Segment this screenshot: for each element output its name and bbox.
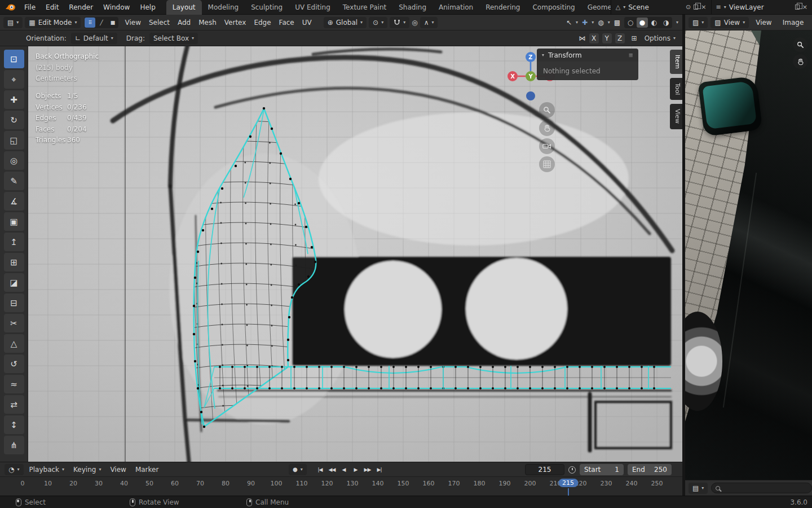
tool-extrude-region[interactable]: ↥ — [4, 233, 24, 251]
mirror-y-button[interactable]: Y — [602, 33, 612, 43]
menu-render[interactable]: Render — [64, 0, 98, 15]
tool-edge-slide[interactable]: ⇄ — [4, 395, 24, 414]
workspace-tab-texture-paint[interactable]: Texture Paint — [337, 0, 392, 15]
viewport-menu-face[interactable]: Face — [275, 19, 298, 27]
transform-panel-header[interactable]: ▾ Transform ≣ — [537, 49, 638, 62]
tab-tool[interactable]: Tool — [670, 78, 683, 100]
viewport-menu-mesh[interactable]: Mesh — [195, 19, 220, 27]
tool-rip-region[interactable]: ⋔ — [4, 436, 24, 454]
tool-spin[interactable]: ↺ — [4, 354, 24, 373]
image-menu-image[interactable]: Image — [779, 19, 808, 27]
shading-material-button[interactable]: ◐ — [648, 17, 660, 28]
playhead[interactable]: 215 — [558, 479, 578, 487]
selectability-icon[interactable]: ↖ — [566, 19, 572, 26]
vertex-select-button[interactable]: ⠿ — [85, 17, 95, 28]
tool-annotate[interactable]: ✎ — [4, 172, 24, 190]
show-gizmo-icon[interactable]: ✚ — [582, 19, 588, 26]
tool-measure[interactable]: ∡ — [4, 192, 24, 211]
viewlayer-name[interactable]: ViewLayer — [729, 3, 764, 11]
blender-logo[interactable] — [5, 3, 16, 12]
start-frame-field[interactable]: Start 1 — [580, 464, 624, 475]
mirror-z-button[interactable]: Z — [615, 33, 625, 43]
viewport-menu-add[interactable]: Add — [174, 19, 195, 27]
pan-hand-button[interactable] — [539, 120, 555, 136]
tool-smooth[interactable]: ≈ — [4, 375, 24, 393]
workspace-tab-animation[interactable]: Animation — [433, 0, 479, 15]
snap-base-icon[interactable]: ⊞ — [632, 35, 637, 42]
tool-shrink-fatten[interactable]: ↕ — [4, 415, 24, 434]
timeline-menu-playback[interactable]: Playback▾ — [25, 466, 69, 474]
viewport-menu-uv[interactable]: UV — [298, 19, 316, 27]
end-frame-field[interactable]: End 250 — [628, 464, 672, 475]
snap-group[interactable]: ▾ — [390, 17, 409, 28]
shading-rendered-button[interactable]: ◑ — [660, 17, 672, 28]
image-pan-button[interactable] — [793, 54, 807, 69]
image-menu-view[interactable]: View — [752, 19, 775, 27]
options-dropdown[interactable]: Options▾ — [641, 33, 679, 44]
transform-orientation-dropdown[interactable]: ⊕Global▾ — [324, 17, 367, 28]
tool-bevel[interactable]: ◪ — [4, 273, 24, 292]
workspace-tab-compositing[interactable]: Compositing — [526, 0, 581, 15]
close-scene-icon[interactable]: × — [701, 4, 706, 10]
viewport-menu-view[interactable]: View — [121, 19, 144, 27]
editor-type-button[interactable]: ▨▾ — [689, 17, 708, 28]
tab-item[interactable]: Item — [670, 50, 683, 74]
shading-wireframe-button[interactable]: ○ — [625, 17, 636, 28]
mode-dropdown[interactable]: ▦Edit Mode▾ — [25, 17, 81, 28]
workspace-tab-uv-editing[interactable]: UV Editing — [289, 0, 337, 15]
drag-dropdown[interactable]: Select Box▾ — [149, 33, 198, 44]
camera-view-button[interactable] — [539, 138, 555, 154]
panel-grip-icon[interactable]: ≣ — [629, 52, 633, 58]
workspace-tab-modeling[interactable]: Modeling — [202, 0, 245, 15]
tool-scale[interactable]: ◱ — [4, 131, 24, 150]
tool-knife[interactable]: ✂ — [4, 314, 24, 332]
shading-dropdown-arrow[interactable]: ▾ — [676, 20, 678, 25]
tab-view[interactable]: View — [670, 104, 683, 129]
show-overlays-icon[interactable]: ◍ — [598, 19, 603, 26]
timeline-menu-marker[interactable]: Marker — [131, 466, 163, 474]
timeline-menu-view[interactable]: View — [105, 466, 130, 474]
jump-to-end-button[interactable]: ▶| — [374, 464, 385, 475]
tool-transform[interactable]: ◎ — [4, 151, 24, 170]
next-keyframe-button[interactable]: ▶▶ — [362, 464, 373, 475]
workspace-tab-shading[interactable]: Shading — [392, 0, 433, 15]
workspace-tab-geometry-nodes[interactable]: Geometry Nodes — [581, 0, 611, 15]
timeline-ruler[interactable]: 215 010203040506070809010011012013014015… — [0, 476, 685, 496]
proportional-editing-icon[interactable]: ◎ — [412, 19, 417, 26]
play-button[interactable]: ▶ — [350, 464, 361, 475]
tool-select-box[interactable]: ⊡ — [4, 50, 24, 68]
orientation-dropdown[interactable]: ∟Default▾ — [71, 33, 117, 44]
tool-loop-cut[interactable]: ⊟ — [4, 294, 24, 312]
mirror-x-button[interactable]: X — [589, 33, 599, 43]
tool-poly-build[interactable]: △ — [4, 334, 24, 353]
search-field[interactable] — [711, 483, 812, 493]
tool-rotate[interactable]: ↻ — [4, 111, 24, 129]
shading-solid-button[interactable]: ● — [637, 17, 648, 28]
image-display-dropdown[interactable]: ▨View▾ — [710, 17, 749, 28]
workspace-tab-rendering[interactable]: Rendering — [479, 0, 526, 15]
search-input[interactable] — [723, 484, 807, 492]
pin-icon[interactable]: ⊙ — [686, 4, 691, 10]
menu-window[interactable]: Window — [98, 0, 135, 15]
jump-to-start-button[interactable]: |◀ — [315, 464, 325, 475]
tool-inset-faces[interactable]: ⊞ — [4, 253, 24, 271]
zoom-button[interactable] — [539, 102, 555, 118]
tool-cursor[interactable]: ⌖ — [4, 70, 24, 89]
reference-image-view[interactable] — [685, 30, 812, 480]
falloff-dropdown[interactable]: ∧▾ — [420, 17, 438, 28]
footer-editor-type-button[interactable]: ▤▾ — [689, 483, 708, 494]
timecode-icon[interactable] — [568, 466, 576, 474]
workspace-tab-layout[interactable]: Layout — [166, 0, 202, 15]
editor-type-button[interactable]: ▤▾ — [3, 17, 23, 28]
axis-z-negative-button[interactable] — [526, 91, 535, 100]
orthographic-toggle-button[interactable] — [539, 156, 555, 172]
viewlayer-selector[interactable]: ≡ ▾ ViewLayer × — [711, 0, 812, 15]
prev-keyframe-button[interactable]: ◀◀ — [326, 464, 337, 475]
viewport-3d[interactable]: Z X Y ⊡⌖✚↻◱◎✎∡▣↥⊞◪⊟✂△↺≈⇄↕⋔ Back Orthogra… — [0, 46, 685, 462]
viewport-canvas[interactable]: Z X Y — [28, 46, 682, 462]
collapse-arrow-icon[interactable]: ▾ — [542, 53, 544, 58]
viewport-menu-edge[interactable]: Edge — [250, 19, 275, 27]
scene-selector[interactable]: △ ▾ Scene ⊙ × — [611, 0, 711, 15]
menu-file[interactable]: File — [19, 0, 41, 15]
new-scene-icon[interactable] — [694, 5, 698, 10]
